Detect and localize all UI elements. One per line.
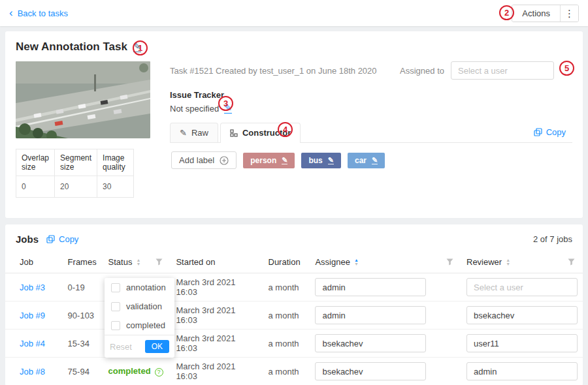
labels-constructor-area: Add label person ✎ bus ✎ car xyxy=(170,143,572,177)
job-link[interactable]: Job #9 xyxy=(20,311,45,320)
filter-reset-button[interactable]: Reset xyxy=(110,342,132,352)
edit-title-icon[interactable]: ✎ xyxy=(133,42,141,52)
edit-issue-tracker-icon[interactable]: ✎ xyxy=(224,103,232,114)
edit-label-bus-icon[interactable]: ✎ xyxy=(328,156,334,164)
copy-icon xyxy=(534,128,542,136)
checkbox-annotation[interactable] xyxy=(111,283,120,292)
assignee-input[interactable] xyxy=(315,334,426,352)
status-cell: completed? xyxy=(103,358,171,385)
col-job: Job xyxy=(5,251,63,273)
reviewer-input[interactable] xyxy=(466,278,578,296)
back-chevron-icon: ‹ xyxy=(9,7,13,18)
labels-tabs: ✎ Raw Constructor Copy xyxy=(170,123,572,143)
task-left-column: Overlap size Segment size Image quality … xyxy=(16,61,150,198)
assignee-input[interactable] xyxy=(315,306,426,324)
checkbox-validation[interactable] xyxy=(111,302,120,311)
job-row: Job #9 90-103 March 3rd 2021 16:03 a mon… xyxy=(5,301,583,330)
pencil-icon: ✎ xyxy=(180,129,187,137)
jobs-table: Job Frames Status ▲▼ Started on Duration xyxy=(5,251,583,385)
started-cell: March 3rd 2021 16:03 xyxy=(171,273,263,301)
filter-option-annotation[interactable]: annotation xyxy=(105,278,174,297)
task-preview-image xyxy=(16,61,150,138)
col-assignee-label: Assignee xyxy=(315,257,350,267)
job-link[interactable]: Job #4 xyxy=(20,339,45,348)
back-to-tasks-link[interactable]: ‹ Back to tasks xyxy=(9,8,68,18)
assigned-to-input[interactable] xyxy=(451,61,554,80)
reviewer-input[interactable] xyxy=(466,362,578,380)
tab-raw[interactable]: ✎ Raw xyxy=(170,123,218,142)
edit-label-car-icon[interactable]: ✎ xyxy=(372,156,378,164)
constructor-blocks-icon xyxy=(230,129,238,137)
tab-constructor[interactable]: Constructor xyxy=(220,123,301,142)
param-header-segment: Segment size xyxy=(55,149,97,176)
task-title: New Annotation Task xyxy=(16,40,127,54)
job-row: Job #4 15-34 March 3rd 2021 16:03 a mont… xyxy=(5,330,583,358)
col-started: Started on xyxy=(171,251,263,273)
tab-raw-label: Raw xyxy=(191,128,208,138)
frames-cell: 90-103 xyxy=(63,301,103,330)
add-label-button[interactable]: Add label xyxy=(171,151,237,169)
jobs-header: Jobs Copy 2 of 7 jobs xyxy=(5,232,583,251)
assigned-to-label: Assigned to xyxy=(400,66,444,76)
filter-dropdown-footer: Reset OK xyxy=(105,335,174,358)
duration-cell: a month xyxy=(263,358,310,385)
job-row: Job #8 75-94 completed? March 3rd 2021 1… xyxy=(5,358,583,385)
frames-cell: 75-94 xyxy=(63,358,103,385)
edit-label-person-icon[interactable]: ✎ xyxy=(282,156,287,164)
assignee-filter-icon[interactable] xyxy=(444,257,456,267)
col-duration: Duration xyxy=(263,251,310,273)
label-chip-bus[interactable]: bus ✎ xyxy=(301,153,341,168)
reviewer-input[interactable] xyxy=(466,306,578,324)
task-parameters-table: Overlap size Segment size Image quality … xyxy=(16,149,134,198)
issue-tracker-label: Issue Tracker xyxy=(170,90,572,100)
started-cell: March 3rd 2021 16:03 xyxy=(171,358,263,385)
label-chip-person-name: person xyxy=(250,156,276,165)
jobs-table-header-row: Job Frames Status ▲▼ Started on Duration xyxy=(5,251,583,273)
assignee-input[interactable] xyxy=(315,362,426,380)
tab-constructor-label: Constructor xyxy=(242,128,291,138)
job-link[interactable]: Job #8 xyxy=(20,367,45,377)
task-meta: Task #1521 Created by test_user_1 on Jun… xyxy=(170,66,377,76)
status-filter-icon[interactable] xyxy=(153,257,165,267)
issue-tracker-section: Issue Tracker Not specified ✎ xyxy=(170,90,572,114)
issue-tracker-value: Not specified xyxy=(170,104,219,114)
topbar: ‹ Back to tasks Actions ⋮ xyxy=(0,0,588,26)
label-chip-person[interactable]: person ✎ xyxy=(243,153,295,168)
param-value-quality: 30 xyxy=(97,176,134,198)
actions-button[interactable]: Actions xyxy=(512,5,560,22)
filter-option-annotation-label: annotation xyxy=(126,283,166,292)
copy-labels-link[interactable]: Copy xyxy=(534,127,566,142)
col-reviewer-label: Reviewer xyxy=(466,257,502,267)
plus-circle-icon xyxy=(220,156,229,165)
reviewer-input[interactable] xyxy=(466,334,578,352)
back-label: Back to tasks xyxy=(18,8,68,18)
actions-button-group: Actions ⋮ xyxy=(512,5,579,22)
frames-cell: 0-19 xyxy=(63,273,103,301)
filter-option-completed-label: completed xyxy=(126,320,165,330)
jobs-card: Jobs Copy 2 of 7 jobs Job Frames xyxy=(5,224,583,385)
reviewer-sort-caret-icon[interactable]: ▲▼ xyxy=(506,258,510,266)
more-menu-button[interactable]: ⋮ xyxy=(560,5,578,22)
col-status: Status ▲▼ xyxy=(103,251,171,273)
label-chip-bus-name: bus xyxy=(308,156,322,165)
filter-option-validation[interactable]: validation xyxy=(105,297,174,316)
question-circle-icon[interactable]: ? xyxy=(155,368,163,377)
copy-jobs-link[interactable]: Copy xyxy=(46,234,78,244)
reviewer-filter-icon[interactable] xyxy=(565,257,578,267)
started-cell: March 3rd 2021 16:03 xyxy=(171,301,263,330)
duration-cell: a month xyxy=(263,330,310,358)
col-assignee: Assignee ▲▼ xyxy=(310,251,461,273)
checkbox-completed[interactable] xyxy=(111,321,120,330)
filter-option-completed[interactable]: completed xyxy=(105,316,174,335)
label-chip-car[interactable]: car ✎ xyxy=(348,153,385,168)
task-right-column: Task #1521 Created by test_user_1 on Jun… xyxy=(170,61,572,198)
assignee-input[interactable] xyxy=(315,278,426,296)
kebab-icon: ⋮ xyxy=(564,8,574,19)
filter-ok-button[interactable]: OK xyxy=(145,340,169,353)
job-link[interactable]: Job #3 xyxy=(20,283,45,292)
assignee-sort-caret-icon[interactable]: ▲▼ xyxy=(354,258,359,266)
task-body: Overlap size Segment size Image quality … xyxy=(16,61,572,198)
status-filter-dropdown: annotation validation completed Reset OK xyxy=(105,278,174,358)
status-sort-caret-icon[interactable]: ▲▼ xyxy=(136,258,140,266)
jobs-title: Jobs xyxy=(16,234,39,245)
